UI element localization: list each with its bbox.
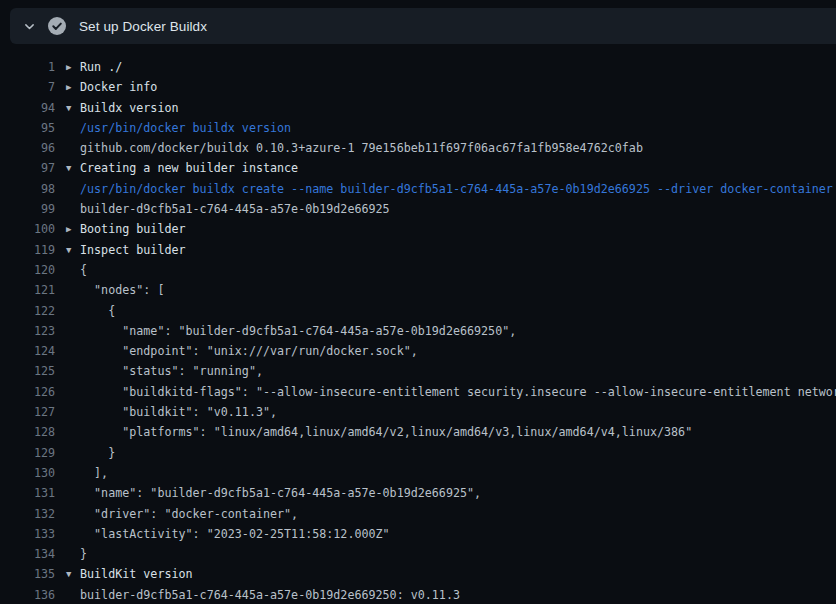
line-number[interactable]: 95 [0,118,55,138]
line-number[interactable]: 132 [0,504,55,524]
line-number[interactable]: 121 [0,280,55,300]
arrow-spacer [66,321,80,341]
line-number[interactable]: 7 [0,77,55,97]
arrow-spacer [66,118,80,138]
log-row: 127 "buildkit": "v0.11.3", [0,402,836,422]
arrow-spacer [66,524,80,544]
line-number[interactable]: 130 [0,463,55,483]
line-number[interactable]: 131 [0,483,55,503]
log-row: 132 "driver": "docker-container", [0,504,836,524]
log-text: "platforms": "linux/amd64,linux/amd64/v2… [80,422,692,442]
log-row: 99builder-d9cfb5a1-c764-445a-a57e-0b19d2… [0,199,836,219]
line-number[interactable]: 119 [0,240,55,260]
log-text: "status": "running", [80,361,263,381]
log-group-row[interactable]: 1▶Run ./ [0,57,836,77]
line-number[interactable]: 128 [0,422,55,442]
arrow-spacer [66,138,80,158]
arrow-spacer [66,280,80,300]
line-number[interactable]: 129 [0,443,55,463]
log-lines: 1▶Run ./7▶Docker info94▼Buildx version95… [0,57,836,604]
line-number[interactable]: 123 [0,321,55,341]
log-row: 125 "status": "running", [0,361,836,381]
line-number[interactable]: 122 [0,301,55,321]
line-number[interactable]: 127 [0,402,55,422]
arrow-spacer [66,301,80,321]
arrow-spacer [66,361,80,381]
line-number[interactable]: 98 [0,179,55,199]
arrow-spacer [66,544,80,564]
line-number[interactable]: 120 [0,260,55,280]
log-row: 133 "lastActivity": "2023-02-25T11:58:12… [0,524,836,544]
arrow-spacer [66,585,80,604]
line-number[interactable]: 136 [0,585,55,604]
command-text: /usr/bin/docker buildx create --name bui… [80,179,833,199]
step-header[interactable]: Set up Docker Buildx [10,8,836,44]
log-row: 134} [0,544,836,564]
triangle-right-icon[interactable]: ▶ [66,77,80,97]
arrow-spacer [66,341,80,361]
line-number[interactable]: 133 [0,524,55,544]
log-group-row[interactable]: 119▼Inspect builder [0,240,836,260]
triangle-down-icon[interactable]: ▼ [66,158,80,178]
arrow-spacer [66,443,80,463]
log-row: 131 "name": "builder-d9cfb5a1-c764-445a-… [0,483,836,503]
group-title: Buildx version [80,98,179,118]
log-text: "driver": "docker-container", [80,504,298,524]
chevron-down-icon[interactable] [20,18,38,34]
log-row: 122 { [0,301,836,321]
group-title: BuildKit version [80,564,193,584]
triangle-down-icon[interactable]: ▼ [66,564,80,584]
log-text: } [80,443,115,463]
line-number[interactable]: 124 [0,341,55,361]
log-group-row[interactable]: 97▼Creating a new builder instance [0,158,836,178]
line-number[interactable]: 97 [0,158,55,178]
line-number[interactable]: 135 [0,564,55,584]
log-text: } [80,544,87,564]
log-row: 96github.com/docker/buildx 0.10.3+azure-… [0,138,836,158]
line-number[interactable]: 126 [0,382,55,402]
log-group-row[interactable]: 7▶Docker info [0,77,836,97]
group-title: Docker info [80,77,157,97]
arrow-spacer [66,483,80,503]
log-row: 121 "nodes": [ [0,280,836,300]
log-text: builder-d9cfb5a1-c764-445a-a57e-0b19d2e6… [80,585,460,604]
log-row: 128 "platforms": "linux/amd64,linux/amd6… [0,422,836,442]
log-text: builder-d9cfb5a1-c764-445a-a57e-0b19d2e6… [80,199,390,219]
log-group-row[interactable]: 100▶Booting builder [0,219,836,239]
check-circle-icon [47,16,67,36]
log-group-row[interactable]: 135▼BuildKit version [0,564,836,584]
triangle-right-icon[interactable]: ▶ [66,219,80,239]
arrow-spacer [66,199,80,219]
log-text: github.com/docker/buildx 0.10.3+azure-1 … [80,138,643,158]
log-row: 136builder-d9cfb5a1-c764-445a-a57e-0b19d… [0,585,836,604]
group-title: Creating a new builder instance [80,158,298,178]
triangle-down-icon[interactable]: ▼ [66,98,80,118]
log-text: { [80,260,87,280]
arrow-spacer [66,504,80,524]
group-title: Inspect builder [80,240,186,260]
log-row: 120{ [0,260,836,280]
step-title: Set up Docker Buildx [79,19,207,34]
triangle-down-icon[interactable]: ▼ [66,240,80,260]
log-row: 123 "name": "builder-d9cfb5a1-c764-445a-… [0,321,836,341]
arrow-spacer [66,463,80,483]
line-number[interactable]: 100 [0,219,55,239]
log-row: 95/usr/bin/docker buildx version [0,118,836,138]
log-text: "buildkitd-flags": "--allow-insecure-ent… [80,382,836,402]
command-text: /usr/bin/docker buildx version [80,118,291,138]
line-number[interactable]: 134 [0,544,55,564]
group-title: Booting builder [80,219,186,239]
log-row: 124 "endpoint": "unix:///var/run/docker.… [0,341,836,361]
triangle-right-icon[interactable]: ▶ [66,57,80,77]
line-number[interactable]: 125 [0,361,55,381]
line-number[interactable]: 96 [0,138,55,158]
line-number[interactable]: 99 [0,199,55,219]
log-text: "lastActivity": "2023-02-25T11:58:12.000… [80,524,390,544]
log-group-row[interactable]: 94▼Buildx version [0,98,836,118]
line-number[interactable]: 94 [0,98,55,118]
log-row: 129 } [0,443,836,463]
arrow-spacer [66,179,80,199]
line-number[interactable]: 1 [0,57,55,77]
log-text: "name": "builder-d9cfb5a1-c764-445a-a57e… [80,321,516,341]
job-log-panel: Set up Docker Buildx 1▶Run ./7▶Docker in… [0,0,836,604]
